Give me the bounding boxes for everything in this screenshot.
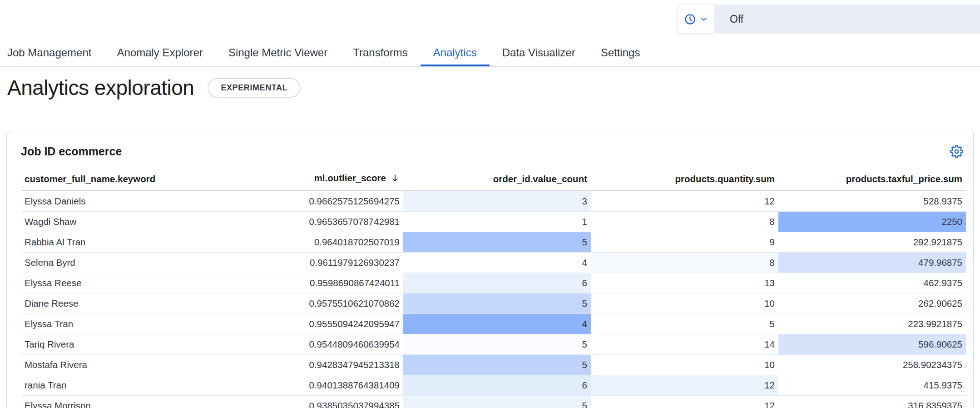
refresh-interval-value: Off <box>730 13 743 25</box>
cell-customer-full-name-keyword: rania Tran <box>21 375 216 396</box>
cell-products-quantity-sum: 9 <box>591 232 778 253</box>
cell-order-id-value-count: 5 <box>403 334 591 355</box>
column-header-products-taxful-price-sum[interactable]: products.taxful_price.sum <box>778 167 966 191</box>
cell-customer-full-name-keyword: Elyssa Morrison <box>21 396 216 408</box>
column-header-products-quantity-sum[interactable]: products.quantity.sum <box>591 167 778 191</box>
cell-order-id-value-count: 4 <box>403 314 591 334</box>
cell-ml-outlier-score: 0.9653657078742981 <box>216 212 403 232</box>
cell-ml-outlier-score: 0.9555094242095947 <box>216 314 403 334</box>
cell-order-id-value-count: 5 <box>403 232 591 253</box>
cell-products-quantity-sum: 10 <box>591 355 778 375</box>
cell-order-id-value-count: 5 <box>403 294 591 314</box>
table-row: Diane Reese0.9575510621070862510262.9062… <box>21 294 966 314</box>
cell-products-quantity-sum: 8 <box>591 253 778 273</box>
cell-products-taxful-price-sum: 479.96875 <box>778 253 966 273</box>
cell-products-taxful-price-sum: 462.9375 <box>778 273 966 294</box>
panel-header: Job ID ecommerce <box>21 143 966 159</box>
cell-products-quantity-sum: 14 <box>591 334 778 355</box>
cell-customer-full-name-keyword: Selena Byrd <box>21 253 216 273</box>
cell-products-taxful-price-sum: 528.9375 <box>778 191 966 212</box>
refresh-interval-picker: Off <box>677 5 980 34</box>
cell-products-taxful-price-sum: 415.9375 <box>778 375 966 396</box>
cell-products-quantity-sum: 12 <box>591 191 778 212</box>
tab-settings[interactable]: Settings <box>588 39 653 66</box>
tab-job-management[interactable]: Job Management <box>0 39 104 66</box>
column-label: products.quantity.sum <box>675 174 775 184</box>
cell-ml-outlier-score: 0.9611979126930237 <box>216 253 403 273</box>
cell-order-id-value-count: 6 <box>403 375 591 396</box>
tab-transforms[interactable]: Transforms <box>340 39 420 66</box>
cell-ml-outlier-score: 0.9385035037994385 <box>216 396 403 408</box>
cell-customer-full-name-keyword: Wagdi Shaw <box>21 212 216 232</box>
table-row: Elyssa Tran0.955509424209594745223.99218… <box>21 314 966 334</box>
column-header-customer-full-name-keyword[interactable]: customer_full_name.keyword <box>21 167 216 191</box>
table-body: Elyssa Daniels0.9662575125694275312528.9… <box>21 191 966 408</box>
cell-products-quantity-sum: 10 <box>591 294 778 314</box>
cell-products-quantity-sum: 13 <box>591 273 778 294</box>
table-row: Selena Byrd0.961197912693023748479.96875 <box>21 253 966 273</box>
cell-order-id-value-count: 4 <box>403 253 591 273</box>
sort-desc-arrow-icon <box>391 174 400 184</box>
cell-customer-full-name-keyword: Mostafa Rivera <box>21 355 216 375</box>
cell-ml-outlier-score: 0.9428347945213318 <box>216 355 403 375</box>
quick-select-button[interactable] <box>677 5 714 34</box>
column-label: products.taxful_price.sum <box>846 174 962 184</box>
tab-data-visualizer[interactable]: Data Visualizer <box>490 39 588 66</box>
clock-icon <box>684 13 696 25</box>
cell-products-taxful-price-sum: 292.921875 <box>778 232 966 253</box>
column-label: order_id.value_count <box>493 174 587 184</box>
table-row: Tariq Rivera0.9544809460639954514596.906… <box>21 334 966 355</box>
cell-ml-outlier-score: 0.9598690867424011 <box>216 273 403 294</box>
cell-products-quantity-sum: 8 <box>591 212 778 232</box>
table-row: Rabbia Al Tran0.96401870250701959292.921… <box>21 232 966 253</box>
cell-ml-outlier-score: 0.9544809460639954 <box>216 334 403 355</box>
results-table: customer_full_name.keywordml.outlier_sco… <box>21 167 966 408</box>
results-panel: Job ID ecommerce customer_full_name.keyw… <box>6 131 974 408</box>
tab-bar: Job ManagementAnomaly ExplorerSingle Met… <box>0 39 980 67</box>
cell-customer-full-name-keyword: Elyssa Tran <box>21 314 216 334</box>
cell-products-taxful-price-sum: 316.8359375 <box>778 396 966 408</box>
tab-analytics[interactable]: Analytics <box>421 39 490 66</box>
cell-customer-full-name-keyword: Elyssa Reese <box>21 273 216 294</box>
cell-customer-full-name-keyword: Tariq Rivera <box>21 334 216 355</box>
table-row: Elyssa Daniels0.9662575125694275312528.9… <box>21 191 966 212</box>
table-header-row: customer_full_name.keywordml.outlier_sco… <box>21 167 966 191</box>
gear-icon[interactable] <box>950 145 963 158</box>
tab-single-metric-viewer[interactable]: Single Metric Viewer <box>216 39 340 66</box>
column-label: ml.outlier_score <box>314 173 386 183</box>
cell-customer-full-name-keyword: Elyssa Daniels <box>21 191 216 212</box>
cell-order-id-value-count: 5 <box>403 355 591 375</box>
cell-products-taxful-price-sum: 258.90234375 <box>778 355 966 375</box>
cell-products-taxful-price-sum: 596.90625 <box>778 334 966 355</box>
refresh-interval-field[interactable]: Off <box>714 5 980 34</box>
table-row: rania Tran0.9401388764381409612415.9375 <box>21 375 966 396</box>
column-header-ml-outlier-score[interactable]: ml.outlier_score <box>216 167 403 191</box>
page-title: Analytics exploration <box>7 75 194 100</box>
cell-products-taxful-price-sum: 2250 <box>778 212 966 232</box>
column-label: customer_full_name.keyword <box>25 174 155 184</box>
cell-ml-outlier-score: 0.9401388764381409 <box>216 375 403 396</box>
cell-order-id-value-count: 5 <box>403 396 591 408</box>
panel-title: Job ID ecommerce <box>21 145 122 158</box>
page-header: Analytics exploration EXPERIMENTAL <box>7 75 301 100</box>
table-row: Wagdi Shaw0.9653657078742981182250 <box>21 212 966 232</box>
table-row: Elyssa Reese0.9598690867424011613462.937… <box>21 273 966 294</box>
tab-anomaly-explorer[interactable]: Anomaly Explorer <box>104 39 215 66</box>
experimental-badge: EXPERIMENTAL <box>208 78 301 98</box>
cell-customer-full-name-keyword: Diane Reese <box>21 294 216 314</box>
cell-products-quantity-sum: 5 <box>591 314 778 334</box>
cell-ml-outlier-score: 0.9662575125694275 <box>216 191 403 212</box>
cell-order-id-value-count: 1 <box>403 212 591 232</box>
table-row: Mostafa Rivera0.9428347945213318510258.9… <box>21 355 966 375</box>
cell-products-quantity-sum: 12 <box>591 375 778 396</box>
column-header-order-id-value-count[interactable]: order_id.value_count <box>403 167 591 191</box>
table-row: Elyssa Morrison0.9385035037994385512316.… <box>21 396 966 408</box>
chevron-down-icon <box>699 15 708 24</box>
cell-order-id-value-count: 3 <box>403 191 591 212</box>
cell-ml-outlier-score: 0.9575510621070862 <box>216 294 403 314</box>
cell-products-quantity-sum: 12 <box>591 396 778 408</box>
cell-ml-outlier-score: 0.964018702507019 <box>216 232 403 253</box>
cell-products-taxful-price-sum: 262.90625 <box>778 294 966 314</box>
cell-customer-full-name-keyword: Rabbia Al Tran <box>21 232 216 253</box>
cell-order-id-value-count: 6 <box>403 273 591 294</box>
